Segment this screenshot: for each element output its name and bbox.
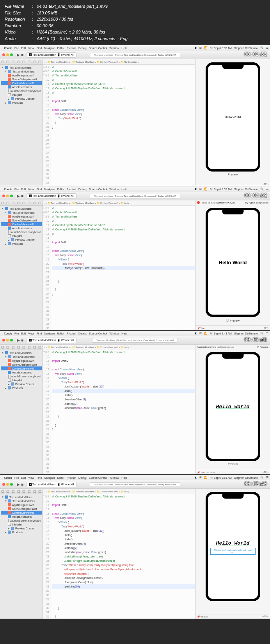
error-diagnostics-button[interactable]: Diagnostics <box>256 202 268 204</box>
device-preview[interactable]: Hello WorldThis is a really really reall… <box>206 492 260 601</box>
menubar-icon[interactable]: ⊞ <box>199 332 202 335</box>
file-SceneDelegate.swift[interactable]: SceneDelegate.swift <box>1 363 42 366</box>
wifi-icon[interactable]: 📶 <box>204 476 208 479</box>
products-folder[interactable]: ▶Products <box>1 386 42 390</box>
menu-view[interactable]: View <box>28 332 34 335</box>
preview-content-folder[interactable]: ▶Preview Content <box>1 382 42 386</box>
menu-source control[interactable]: Source Control <box>89 332 107 335</box>
user-name[interactable]: Stephen DeStefano <box>234 47 258 50</box>
wifi-icon[interactable]: 📶 <box>204 332 208 335</box>
menubar-icon[interactable]: ◐ <box>195 332 197 335</box>
menubar-icon[interactable]: ⊞ <box>199 46 202 50</box>
project-folder[interactable]: ▼Text and Modifiers <box>1 69 42 73</box>
menu-window[interactable]: Window <box>109 47 119 50</box>
stop-button[interactable]: ■ <box>21 338 23 342</box>
run-button[interactable]: ▶ <box>17 194 20 198</box>
menu-file[interactable]: File <box>14 188 19 191</box>
window-controls[interactable] <box>0 53 15 56</box>
code-editor[interactable]: 1 2 3 4 5 6 7 8 9 10 11 12 13 14 15 16 1… <box>43 65 195 186</box>
stop-button[interactable]: ■ <box>21 482 23 487</box>
scheme-selector[interactable]: 🅰 Text and Modifiers › 📱 iPhone XR <box>27 338 76 343</box>
menu-debug[interactable]: Debug <box>78 332 87 335</box>
wifi-icon[interactable]: 📶 <box>204 46 208 50</box>
file-SceneDelegate.swift[interactable]: SceneDelegate.swift <box>1 507 42 511</box>
clock[interactable]: Fri Sep 6 9:43 AM <box>210 332 232 335</box>
menu-file[interactable]: File <box>14 476 19 479</box>
device-preview[interactable]: Hello World <box>206 352 260 461</box>
code-editor[interactable]: 7 8 9 10 11 12 13 14 15 16 17 18 19 20 2… <box>43 350 195 474</box>
menu-edit[interactable]: Edit <box>21 332 26 335</box>
file-Info.plist[interactable]: Info.plist <box>1 93 42 97</box>
project-root[interactable]: ▼Text and Modifiers <box>1 495 42 499</box>
scheme-selector[interactable]: 🅰 Text and Modifiers › 📱 iPhone XR <box>27 482 76 487</box>
project-root[interactable]: ▼Text and Modifiers <box>1 351 42 355</box>
menu-help[interactable]: Help <box>121 476 127 479</box>
clock[interactable]: Fri Sep 6 9:53 AM <box>210 476 232 479</box>
run-button[interactable]: ▶ <box>17 482 20 487</box>
wifi-icon[interactable]: 📶 <box>204 188 208 191</box>
notifications-icon[interactable]: ☰ <box>266 188 268 191</box>
menu-file[interactable]: File <box>14 332 19 335</box>
menu-edit[interactable]: Edit <box>21 47 26 50</box>
device-preview[interactable]: Hello World <box>206 208 260 317</box>
menu-file[interactable]: File <box>14 47 19 50</box>
stop-button[interactable]: ■ <box>21 53 23 57</box>
file-SceneDelegate.swift[interactable]: SceneDelegate.swift <box>1 218 42 222</box>
menubar-icon[interactable]: ⊞ <box>199 476 202 479</box>
menu-editor[interactable]: Editor <box>57 188 64 191</box>
menu-window[interactable]: Window <box>109 332 119 335</box>
app-menu[interactable]: Xcode <box>4 188 12 191</box>
file-LaunchScreen.storyboard[interactable]: LaunchScreen.storyboard <box>1 230 42 234</box>
search-icon[interactable]: 🔍 <box>260 46 264 50</box>
file-ContentView.swift[interactable]: ContentView.swift <box>1 511 42 515</box>
menu-source control[interactable]: Source Control <box>89 188 107 191</box>
file-AppDelegate.swift[interactable]: AppDelegate.swift <box>1 214 42 218</box>
file-Assets.xcassets[interactable]: Assets.xcassets <box>1 226 42 230</box>
menu-product[interactable]: Product <box>67 476 76 479</box>
menubar-icon[interactable]: ◐ <box>195 188 197 191</box>
file-Info.plist[interactable]: Info.plist <box>1 522 42 526</box>
menu-editor[interactable]: Editor <box>57 476 64 479</box>
stop-button[interactable]: ■ <box>21 194 23 198</box>
menu-product[interactable]: Product <box>67 332 76 335</box>
search-icon[interactable]: 🔍 <box>260 188 264 191</box>
menu-source control[interactable]: Source Control <box>89 476 107 479</box>
code-editor[interactable]: 1 2 3 4 5 6 7 8 9 10 11 12 13 14 15 16 1… <box>43 206 195 330</box>
menu-debug[interactable]: Debug <box>78 188 87 191</box>
menu-find[interactable]: Find <box>36 188 42 191</box>
file-Assets.xcassets[interactable]: Assets.xcassets <box>1 85 42 89</box>
menubar-icon[interactable]: ⊞ <box>199 188 202 191</box>
clock[interactable]: Fri Sep 6 9:37 AM <box>210 188 232 191</box>
window-controls[interactable] <box>0 483 15 486</box>
file-ContentView.swift[interactable]: ContentView.swift <box>1 366 42 370</box>
run-button[interactable]: ▶ <box>17 338 20 342</box>
file-Assets.xcassets[interactable]: Assets.xcassets <box>1 515 42 518</box>
menu-window[interactable]: Window <box>109 476 119 479</box>
navigator-tabs[interactable]: ▢▢▢▢▢▢▢▢ <box>0 200 43 206</box>
file-AppDelegate.swift[interactable]: AppDelegate.swift <box>1 503 42 507</box>
menu-debug[interactable]: Debug <box>78 47 87 50</box>
device-preview[interactable]: Hello World <box>206 62 260 172</box>
navigator-tabs[interactable]: ▢▢▢▢▢▢▢▢ <box>0 489 43 494</box>
scheme-selector[interactable]: 🅰 Text and Modifiers › 📱 iPhone XR <box>27 52 76 58</box>
file-AppDelegate.swift[interactable]: AppDelegate.swift <box>1 359 42 363</box>
products-folder[interactable]: ▶Products <box>1 530 42 534</box>
menu-navigate[interactable]: Navigate <box>44 332 55 335</box>
menu-view[interactable]: View <box>28 47 34 50</box>
code-editor[interactable]: 7 8 9 10 11 12 13 14 15 16 17 18 19 20 2… <box>43 494 195 619</box>
menu-debug[interactable]: Debug <box>78 476 87 479</box>
menu-editor[interactable]: Editor <box>57 47 64 50</box>
file-ContentView.swift[interactable]: ContentView.swift <box>1 81 42 85</box>
file-Info.plist[interactable]: Info.plist <box>1 378 42 382</box>
window-controls[interactable] <box>0 339 15 341</box>
app-menu[interactable]: Xcode <box>4 476 12 479</box>
menu-product[interactable]: Product <box>67 188 76 191</box>
project-folder[interactable]: ▼Text and Modifiers <box>1 499 42 503</box>
error-try-again-button[interactable]: Try Again <box>245 202 255 204</box>
file-ContentView.swift[interactable]: ContentView.swift <box>1 222 42 226</box>
menu-view[interactable]: View <box>28 188 34 191</box>
navigator-tabs[interactable]: ▢▢▢▢▢▢▢▢ <box>0 59 43 65</box>
menu-find[interactable]: Find <box>36 332 42 335</box>
menu-editor[interactable]: Editor <box>57 332 64 335</box>
menu-navigate[interactable]: Navigate <box>44 188 55 191</box>
